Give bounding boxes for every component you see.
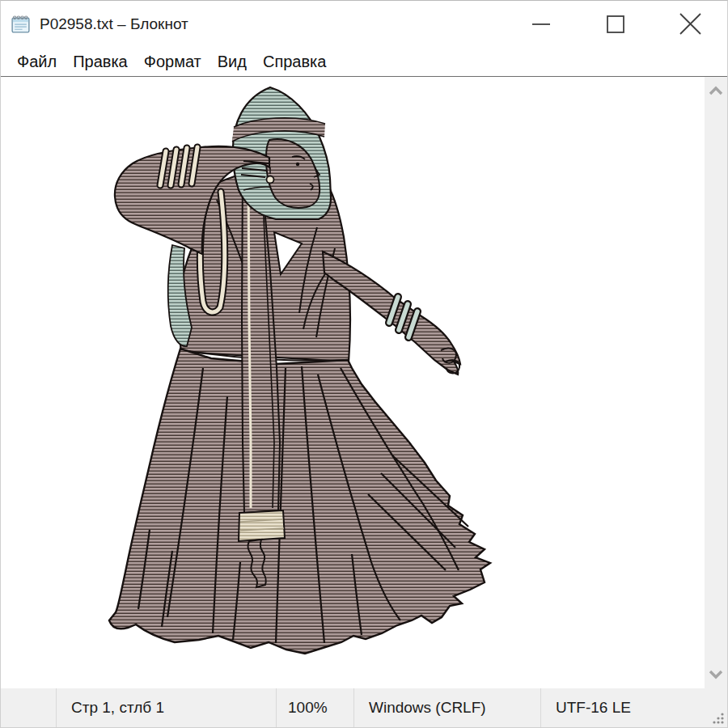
scroll-up-button[interactable] (705, 77, 727, 104)
artwork-dancer-figure (1, 77, 705, 688)
titlebar: P02958.txt – Блокнот (1, 1, 727, 47)
earring (267, 176, 274, 184)
minimize-button[interactable] (504, 1, 578, 47)
scroll-down-button[interactable] (705, 661, 727, 688)
status-zoom-level: 100% (276, 688, 353, 727)
close-button[interactable] (653, 1, 727, 47)
minimize-icon (531, 15, 551, 34)
notepad-icon (10, 13, 32, 35)
tassel-wrap (239, 510, 285, 541)
notepad-window: P02958.txt – Блокнот Файл Правка Формат … (0, 0, 728, 728)
skirt (109, 349, 490, 654)
statusbar: Стр 1, стлб 1 100% Windows (CRLF) UTF-16… (1, 688, 727, 727)
vertical-scrollbar[interactable] (705, 77, 727, 688)
menu-help[interactable]: Справка (255, 50, 334, 74)
status-spacer (1, 688, 56, 727)
menubar: Файл Правка Формат Вид Справка (1, 47, 727, 76)
chevron-up-icon (709, 86, 723, 95)
maximize-icon (606, 15, 625, 34)
menu-edit[interactable]: Правка (65, 50, 136, 74)
status-cursor-position: Стр 1, стлб 1 (56, 688, 276, 727)
menu-format[interactable]: Формат (136, 50, 210, 74)
close-icon (679, 13, 701, 35)
window-controls (504, 1, 727, 47)
menu-view[interactable]: Вид (210, 50, 255, 74)
window-title: P02958.txt – Блокнот (40, 15, 188, 33)
status-encoding: UTF-16 LE (540, 688, 727, 727)
menu-file[interactable]: Файл (9, 50, 65, 74)
resize-grip[interactable] (710, 710, 725, 725)
maximize-button[interactable] (578, 1, 653, 47)
chevron-down-icon (709, 670, 723, 679)
status-line-ending: Windows (CRLF) (353, 688, 540, 727)
edit-area[interactable] (1, 76, 727, 688)
